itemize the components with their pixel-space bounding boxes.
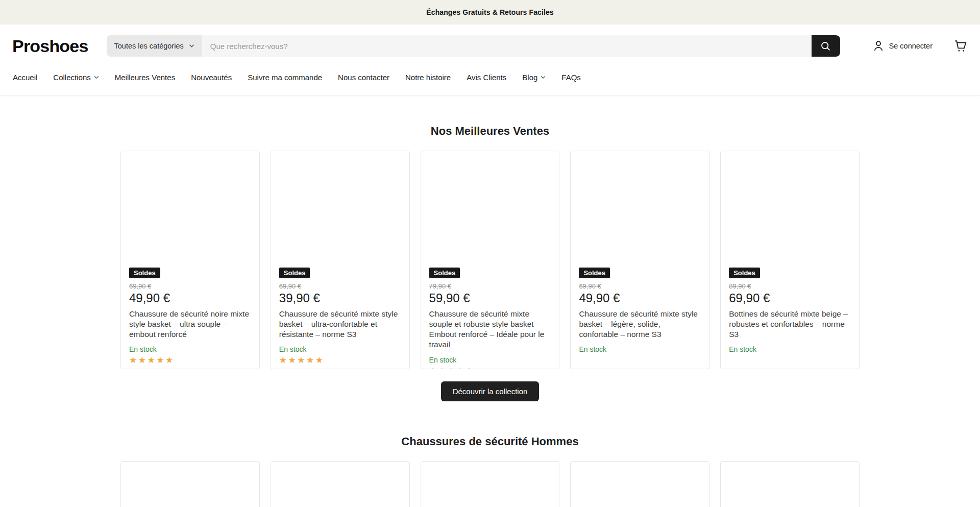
old-price: 69,90 € — [129, 282, 251, 290]
best-sellers-grid: Soldes69,90 €49,90 €Chaussure de sécurit… — [120, 151, 860, 369]
product-image — [271, 462, 409, 507]
nav-item-notre-histoire[interactable]: Notre histoire — [405, 73, 451, 82]
product-card[interactable]: Soldes79,90 €59,90 €Chaussure de sécurit… — [421, 151, 560, 369]
product-image — [571, 462, 709, 507]
product-card[interactable] — [570, 461, 709, 507]
price: 49,90 € — [579, 291, 701, 305]
login-link[interactable]: Se connecter — [872, 39, 933, 53]
stock-status: En stock — [579, 345, 701, 353]
old-price: 89,90 € — [729, 282, 851, 290]
product-card[interactable]: Soldes69,90 €49,90 €Chaussure de sécurit… — [570, 151, 709, 369]
login-label: Se connecter — [889, 42, 933, 50]
product-card[interactable] — [421, 461, 560, 507]
star-rating: ★★★★★ — [129, 355, 251, 366]
price: 49,90 € — [129, 291, 251, 305]
nav-item-label: Blog — [522, 73, 537, 82]
product-card-body: Soldes79,90 €59,90 €Chaussure de sécurit… — [421, 268, 559, 369]
price: 59,90 € — [429, 291, 551, 305]
user-icon — [872, 39, 885, 53]
product-card[interactable]: Soldes69,90 €49,90 €Chaussure de sécurit… — [120, 151, 260, 369]
product-title[interactable]: Bottines de sécurité mixte beige – robus… — [729, 309, 851, 340]
product-image — [421, 151, 559, 268]
nav-item-label: Meilleures Ventes — [115, 73, 175, 82]
product-title[interactable]: Chaussure de sécurité mixte style basket… — [579, 309, 701, 340]
cart-icon — [953, 39, 968, 54]
product-card[interactable]: Soldes89,90 €69,90 €Bottines de sécurité… — [720, 151, 860, 369]
product-title[interactable]: Chaussure de sécurité mixte style basket… — [279, 309, 401, 340]
search-icon — [820, 40, 831, 52]
sale-badge: Soldes — [429, 268, 460, 278]
search-button[interactable] — [812, 35, 840, 57]
chevron-down-icon — [541, 76, 546, 79]
logo[interactable]: Proshoes — [12, 36, 88, 56]
product-title[interactable]: Chaussure de sécurité noire mixte style … — [129, 309, 251, 340]
nav-item-accueil[interactable]: Accueil — [13, 73, 37, 82]
nav-item-collections[interactable]: Collections — [53, 73, 99, 82]
product-image — [721, 462, 859, 507]
announcement-text: Échanges Gratuits & Retours Faciles — [426, 8, 553, 16]
product-image — [721, 151, 859, 268]
category-select[interactable]: Toutes les catégories — [107, 35, 202, 57]
chevron-down-icon — [94, 76, 99, 79]
nav-item-label: Accueil — [13, 73, 37, 82]
product-card[interactable]: Soldes69,90 €39,90 €Chaussure de sécurit… — [271, 151, 410, 369]
search-bar: Toutes les catégories — [107, 35, 840, 57]
product-card-body: Soldes69,90 €39,90 €Chaussure de sécurit… — [271, 268, 409, 369]
sale-badge: Soldes — [579, 268, 610, 278]
product-card[interactable] — [720, 461, 860, 507]
header: Proshoes Toutes les catégories Se connec… — [0, 25, 980, 67]
stock-status: En stock — [279, 345, 401, 353]
product-card-body: Soldes69,90 €49,90 €Chaussure de sécurit… — [121, 268, 259, 369]
section-title-best-sellers: Nos Meilleures Ventes — [0, 125, 980, 138]
price: 39,90 € — [279, 291, 401, 305]
nav-item-blog[interactable]: Blog — [522, 73, 546, 82]
star-rating: ★★★★★ — [279, 355, 401, 366]
nav-item-nouveaut-s[interactable]: Nouveautés — [191, 73, 232, 82]
product-card-body: Soldes69,90 €49,90 €Chaussure de sécurit… — [571, 268, 709, 360]
announcement-bar: Échanges Gratuits & Retours Faciles — [0, 0, 980, 25]
old-price: 69,90 € — [579, 282, 701, 290]
nav-item-nous-contacter[interactable]: Nous contacter — [338, 73, 389, 82]
nav-item-label: Collections — [53, 73, 90, 82]
old-price: 69,90 € — [279, 282, 401, 290]
discover-collection-button[interactable]: Découvrir la collection — [441, 381, 540, 401]
nav-item-label: Nous contacter — [338, 73, 389, 82]
stock-status: En stock — [429, 356, 551, 364]
sale-badge: Soldes — [129, 268, 160, 278]
search-input[interactable] — [202, 35, 812, 57]
chevron-down-icon — [189, 44, 194, 48]
sale-badge: Soldes — [729, 268, 760, 278]
collection-button-row: Découvrir la collection — [0, 381, 980, 401]
section-title-men-shoes: Chaussures de sécurité Hommes — [0, 435, 980, 448]
sale-badge: Soldes — [279, 268, 310, 278]
nav-item-label: Nouveautés — [191, 73, 232, 82]
product-image — [121, 151, 259, 268]
stock-status: En stock — [129, 345, 251, 353]
product-image — [571, 151, 709, 268]
men-shoes-grid — [120, 461, 860, 507]
nav-item-label: Notre histoire — [405, 73, 451, 82]
nav-item-meilleures-ventes[interactable]: Meilleures Ventes — [115, 73, 175, 82]
nav-item-faqs[interactable]: FAQs — [561, 73, 581, 82]
nav-item-label: Avis Clients — [467, 73, 506, 82]
nav-item-label: FAQs — [561, 73, 581, 82]
nav-item-avis-clients[interactable]: Avis Clients — [467, 73, 506, 82]
product-card[interactable] — [271, 461, 410, 507]
old-price: 79,90 € — [429, 282, 551, 290]
category-select-label: Toutes les catégories — [114, 42, 184, 50]
product-image — [421, 462, 559, 507]
price: 69,90 € — [729, 291, 851, 305]
cart-button[interactable] — [953, 39, 968, 54]
nav-item-suivre-ma-commande[interactable]: Suivre ma commande — [248, 73, 322, 82]
product-card[interactable] — [120, 461, 260, 507]
stock-status: En stock — [729, 345, 851, 353]
star-rating: ★★★★★ — [429, 366, 551, 369]
main-nav: AccueilCollectionsMeilleures VentesNouve… — [0, 67, 980, 96]
product-image — [121, 462, 259, 507]
product-title[interactable]: Chaussure de sécurité mixte souple et ro… — [429, 309, 551, 350]
product-card-body: Soldes89,90 €69,90 €Bottines de sécurité… — [721, 268, 859, 360]
nav-item-label: Suivre ma commande — [248, 73, 322, 82]
product-image — [271, 151, 409, 268]
